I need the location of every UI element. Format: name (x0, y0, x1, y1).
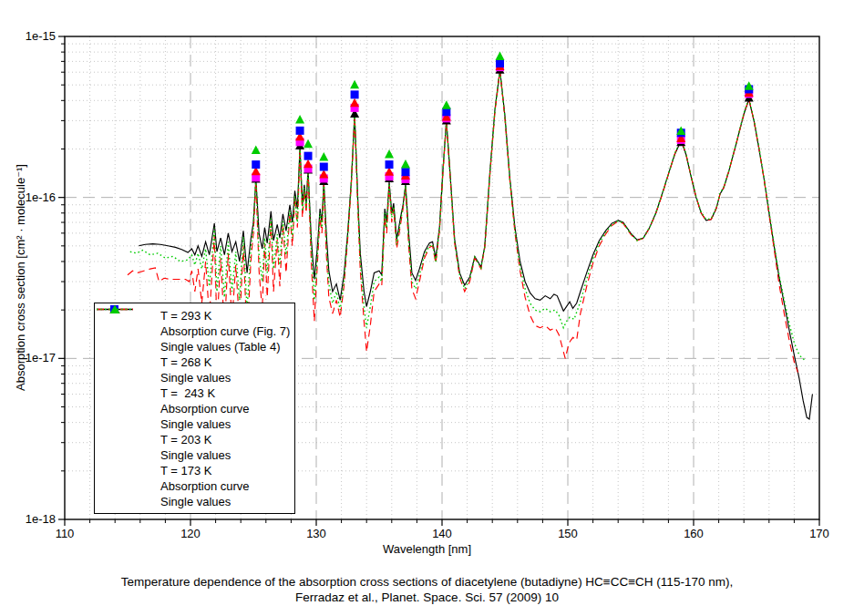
legend-row: Single values (95, 370, 294, 385)
legend-entry-label: Single values (160, 371, 231, 385)
y-tick-label: 1e-15 (26, 29, 56, 43)
marker-square-t-=-203-k-single-values (351, 90, 359, 98)
marker-square-t-=-203-k-single-values (496, 59, 504, 67)
marker-triangle-t-=-173-k-single-values (252, 146, 261, 155)
legend-row: Single values (95, 447, 294, 463)
legend-entry-label: T = 293 K (160, 309, 212, 323)
marker-square-t-=-203-k-single-values (304, 152, 313, 160)
legend-entry-label: T = 203 K (160, 433, 212, 447)
y-axis-title: Absorption cross section [cm² · molecule… (14, 141, 27, 415)
y-tick-label: 1e-16 (26, 190, 56, 204)
legend-row: Absorption curve (Fig. 7) (95, 323, 294, 339)
marker-triangle-t-=-243-k-single-values (350, 98, 359, 108)
legend-entry-label: T = 243 K (160, 386, 215, 400)
legend-row: Single values (95, 416, 294, 432)
legend-entry-label: Single values (160, 417, 231, 431)
x-tick-label: 120 (180, 527, 201, 540)
legend-row: T = 173 K (95, 463, 294, 478)
y-tick-label: 1e-18 (26, 512, 56, 526)
marker-triangle-t-=-173-k-single-values (401, 159, 410, 169)
legend-box: T = 293 KAbsorption curve (Fig. 7)Single… (94, 303, 295, 514)
x-axis-title: Wavelength [nm] (0, 542, 854, 556)
legend-entry-label: Single values (Table 4) (160, 340, 281, 354)
legend-row: Single values (Table 4) (95, 339, 294, 354)
marker-triangle-t-=-243-k-single-values (304, 159, 313, 169)
caption-line-1: Temperature dependence of the absorption… (0, 574, 854, 590)
legend-entry-label: Absorption curve (160, 479, 250, 493)
legend-entry-label: T = 268 K (160, 355, 212, 369)
y-tick-label: 1e-17 (26, 351, 56, 364)
marker-square-t-=-203-k-single-values (296, 127, 304, 135)
legend-entry-label: Single values (160, 448, 231, 462)
marker-square-t-=-203-k-single-values (320, 163, 328, 171)
legend-entry-label: Single values (160, 495, 231, 508)
legend-entry-label: Absorption curve (160, 402, 250, 416)
marker-square-t-=-203-k-single-values (386, 160, 394, 169)
legend-entry-label: Absorption curve (Fig. 7) (160, 324, 290, 338)
legend-swatch (110, 305, 120, 314)
marker-triangle-t-=-173-k-single-values (304, 139, 313, 149)
marker-triangle-t-=-173-k-single-values (442, 100, 451, 109)
marker-triangle-t-=-173-k-single-values (385, 149, 394, 159)
marker-square-t-=-203-k-single-values (252, 160, 260, 169)
legend-row: Absorption curve (95, 401, 294, 416)
x-tick-label: 130 (306, 527, 326, 540)
figure-caption: Temperature dependence of the absorption… (0, 574, 854, 605)
legend-entry-label: T = 173 K (160, 464, 212, 477)
x-tick-label: 140 (432, 527, 452, 540)
legend-row: Single values (95, 494, 294, 509)
marker-triangle-t-=-173-k-single-values (295, 115, 304, 124)
x-tick-label: 110 (56, 527, 75, 540)
figure: 1101201301401501601701e-151e-161e-171e-1… (0, 0, 854, 616)
x-tick-label: 150 (558, 527, 578, 540)
x-tick-label: 160 (684, 527, 704, 540)
legend-row: T = 243 K (95, 385, 294, 401)
legend-row: T = 268 K (95, 354, 294, 370)
caption-line-2: Ferradaz et al., Planet. Space. Sci. 57 … (0, 590, 854, 605)
marker-triangle-t-=-173-k-single-values (319, 152, 328, 161)
marker-square-t-=-203-k-single-values (401, 168, 409, 176)
marker-triangle-t-=-173-k-single-values (350, 80, 359, 89)
legend-row: Absorption curve (95, 478, 294, 494)
legend-row: T = 203 K (95, 432, 294, 447)
x-tick-label: 170 (809, 527, 829, 540)
marker-triangle-t-=-173-k-single-values (495, 52, 504, 61)
